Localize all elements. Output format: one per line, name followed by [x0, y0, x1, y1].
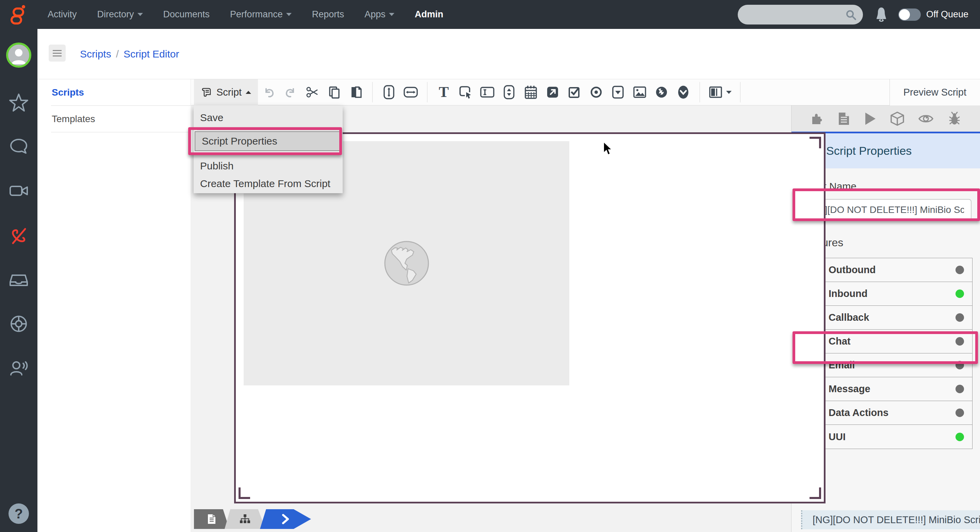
add-page-arrow-tab[interactable] — [260, 509, 311, 529]
undo-button[interactable] — [261, 82, 277, 102]
nav-item-activity[interactable]: Activity — [37, 9, 87, 20]
canvas-corner-mark — [239, 488, 250, 499]
preview-script-button[interactable]: Preview Script — [889, 79, 980, 105]
feature-row-data-actions[interactable]: Data Actions — [801, 401, 972, 425]
script-menu-button[interactable]: Script — [194, 79, 258, 105]
vertical-spacer-button[interactable] — [381, 82, 397, 102]
script-menu-button-label: Script — [216, 87, 242, 98]
script-name-input[interactable] — [800, 199, 972, 221]
nav-list-item-scripts[interactable]: Scripts — [37, 79, 191, 105]
horizontal-spacer-button[interactable] — [403, 82, 418, 102]
layout-panel-button[interactable] — [708, 82, 732, 102]
hyperlink-button[interactable] — [545, 82, 560, 102]
chevron-up-icon — [246, 91, 251, 94]
top-nav-bar: Activity Directory Documents Performance… — [0, 0, 980, 29]
nav-list-label: Templates — [52, 114, 95, 124]
menu-item-publish[interactable]: Publish — [194, 157, 343, 175]
favorites-star-icon[interactable] — [8, 92, 29, 113]
chat-icon[interactable] — [8, 136, 29, 157]
feature-row-uui[interactable]: UUI — [801, 425, 972, 449]
calendar-button[interactable] — [523, 82, 539, 102]
search-wrap — [738, 5, 863, 24]
visibility-eye-icon[interactable] — [918, 113, 933, 124]
agent-speaking-icon[interactable] — [8, 358, 29, 379]
nav-item-apps[interactable]: Apps — [354, 9, 404, 20]
canvas-corner-mark — [810, 488, 821, 499]
image-component-button[interactable] — [632, 82, 648, 102]
current-script-chip[interactable]: [NG][DO NOT DELETE!!!] MiniBio Script — [801, 510, 980, 529]
nav-list-label: Scripts — [52, 87, 84, 98]
paste-button[interactable] — [348, 82, 364, 102]
scripts-nav-panel: Scripts Templates — [37, 79, 191, 532]
feature-row-email[interactable]: Email — [801, 353, 972, 377]
input-component-button[interactable] — [479, 82, 495, 102]
feature-row-outbound[interactable]: Outbound — [801, 258, 972, 282]
search-input[interactable] — [738, 5, 863, 24]
current-script-chip-label: [NG][DO NOT DELETE!!!] MiniBio Script — [813, 514, 980, 526]
nav-item-reports[interactable]: Reports — [302, 9, 355, 20]
feature-status-dot — [956, 266, 964, 274]
left-icon-sidebar: ? — [0, 29, 37, 532]
script-document-icon[interactable] — [838, 112, 850, 125]
feature-row-inbound[interactable]: Inbound — [801, 282, 972, 306]
help-ring-icon[interactable] — [8, 313, 29, 334]
nav-item-directory[interactable]: Directory — [87, 9, 153, 20]
feature-status-dot — [956, 289, 964, 298]
menu-hamburger-button[interactable] — [49, 44, 66, 62]
mouse-cursor — [602, 141, 614, 156]
dropdown-component-button[interactable] — [610, 82, 626, 102]
feature-status-dot — [956, 433, 964, 441]
button-component-button[interactable] — [458, 82, 473, 102]
feature-row-callback[interactable]: Callback — [801, 306, 972, 330]
cut-button[interactable] — [305, 82, 320, 102]
menu-item-script-properties[interactable]: Script Properties — [195, 131, 342, 151]
globe-placeholder-icon — [372, 229, 441, 297]
panel-title: Script Properties — [826, 144, 912, 157]
queue-toggle[interactable] — [898, 8, 921, 21]
menu-item-create-template[interactable]: Create Template From Script — [194, 175, 343, 192]
page-tabs — [194, 509, 311, 529]
debug-bug-icon[interactable] — [948, 111, 961, 126]
help-question-icon[interactable]: ? — [8, 503, 29, 524]
copy-button[interactable] — [326, 82, 342, 102]
search-icon[interactable] — [845, 9, 857, 21]
feature-row-message[interactable]: Message — [801, 377, 972, 401]
inbox-icon[interactable] — [8, 269, 29, 290]
user-avatar[interactable] — [6, 43, 31, 68]
genesys-logo[interactable] — [0, 0, 37, 29]
toggle-knob — [899, 9, 910, 20]
redo-button[interactable] — [283, 82, 298, 102]
video-icon[interactable] — [8, 180, 29, 202]
text-component-button[interactable]: T — [436, 82, 452, 102]
menu-item-save[interactable]: Save — [194, 105, 343, 130]
web-component-button[interactable] — [654, 82, 669, 102]
nav-item-admin[interactable]: Admin — [404, 9, 453, 20]
script-scroll-icon — [201, 86, 212, 98]
run-play-icon[interactable] — [864, 112, 876, 125]
phone-disabled-icon[interactable] — [8, 226, 29, 247]
chevron-down-icon — [286, 13, 292, 16]
variables-cube-icon[interactable] — [891, 111, 904, 126]
nav-list-item-templates[interactable]: Templates — [37, 106, 191, 132]
radio-component-button[interactable] — [588, 82, 604, 102]
feature-label: Email — [829, 359, 855, 371]
collapse-component-button[interactable] — [675, 82, 691, 102]
nav-label: Apps — [364, 9, 385, 20]
toolbar-separator — [700, 82, 700, 102]
page-tab-current[interactable] — [194, 509, 229, 529]
feature-row-chat[interactable]: Chat — [801, 330, 972, 353]
feature-label: Outbound — [829, 264, 876, 276]
nav-item-documents[interactable]: Documents — [153, 9, 220, 20]
bell-icon[interactable] — [875, 7, 888, 22]
nav-right-group: Off Queue — [738, 5, 980, 24]
nav-item-performance[interactable]: Performance — [220, 9, 302, 20]
canvas-corner-mark — [810, 137, 821, 148]
page-tree-tab[interactable] — [224, 509, 266, 529]
breadcrumb-scripts-link[interactable]: Scripts — [80, 48, 111, 60]
nav-label: Activity — [48, 9, 77, 20]
checkbox-component-button[interactable] — [566, 82, 582, 102]
components-puzzle-icon[interactable] — [810, 112, 824, 125]
number-spinner-button[interactable] — [501, 82, 517, 102]
breadcrumb-script-editor-link[interactable]: Script Editor — [124, 48, 179, 60]
feature-label: Chat — [829, 336, 850, 347]
